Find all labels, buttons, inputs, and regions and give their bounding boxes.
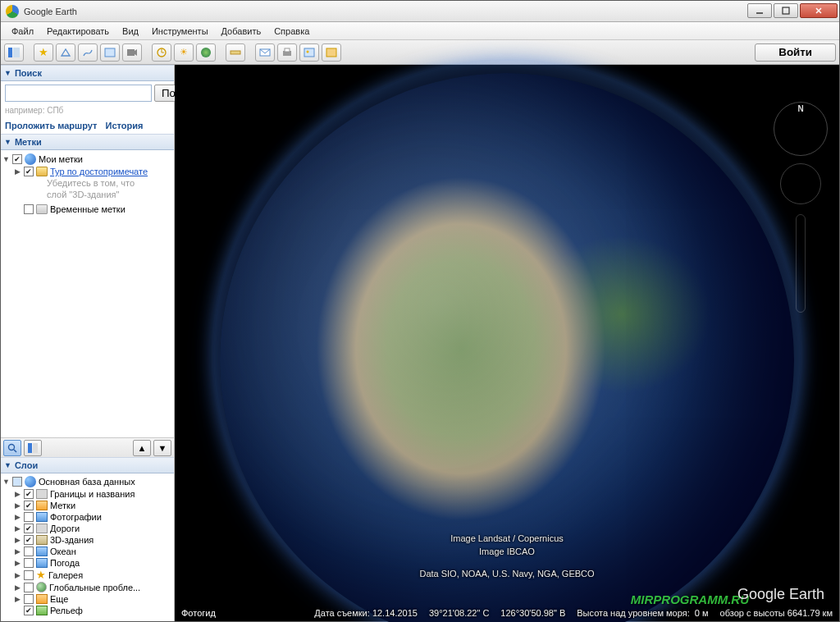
move-down-icon[interactable]: ▼: [153, 440, 171, 456]
search-history-link[interactable]: История: [105, 121, 143, 130]
polygon-icon[interactable]: [56, 43, 75, 62]
checkbox-icon[interactable]: [24, 547, 34, 556]
record-tour-icon[interactable]: [122, 43, 142, 62]
svg-rect-1: [783, 7, 789, 14]
checkbox-icon[interactable]: [24, 583, 34, 592]
map-viewport[interactable]: N Image Landsat / Copernicus Image IBCAO…: [175, 65, 839, 621]
checkbox-icon[interactable]: [24, 501, 34, 510]
elevation: Высота над уровнем моря: 0 м: [577, 608, 708, 618]
layer-item[interactable]: ▶Глобальные пробле...: [2, 581, 172, 593]
checkbox-icon[interactable]: [24, 204, 34, 214]
layer-item[interactable]: ▶Границы и названия: [2, 488, 172, 500]
places-panel-header[interactable]: ▼ Метки: [1, 134, 174, 150]
checkbox-icon[interactable]: [24, 594, 34, 604]
sightseeing-tour-node[interactable]: ▶ Тур по достопримечате: [2, 166, 172, 177]
temporary-places-node[interactable]: ▶ Временные метки: [2, 204, 172, 215]
image-overlay-icon[interactable]: [100, 43, 120, 62]
close-button[interactable]: [800, 3, 838, 18]
layer-item[interactable]: ▶Океан: [2, 546, 172, 557]
menu-add[interactable]: Добавить: [216, 25, 267, 38]
checkbox-icon[interactable]: [12, 154, 22, 164]
checkbox-icon[interactable]: [24, 535, 34, 545]
my-places-node[interactable]: ▼ Мои метки: [2, 153, 172, 166]
layer-item[interactable]: ▶Дороги: [2, 523, 172, 534]
svg-rect-7: [105, 48, 115, 57]
menu-file[interactable]: Файл: [6, 25, 39, 38]
email-icon[interactable]: [255, 43, 275, 62]
checkbox-icon[interactable]: [24, 512, 34, 522]
layer-icon: [36, 582, 47, 592]
places-search-icon[interactable]: [3, 440, 21, 456]
minimize-button[interactable]: [747, 3, 772, 18]
search-hint: например: СПб: [5, 106, 170, 115]
print-icon[interactable]: [277, 43, 297, 62]
longitude: 126°30'50.98" В: [500, 608, 565, 618]
svg-rect-13: [231, 51, 240, 54]
chevron-down-icon: ▼: [4, 461, 11, 469]
layers-title: Слои: [15, 460, 38, 470]
google-earth-logo: Google Earth: [737, 586, 824, 603]
login-button[interactable]: Войти: [755, 43, 836, 62]
menu-help[interactable]: Справка: [268, 25, 315, 38]
layer-item[interactable]: ▶Фотографии: [2, 511, 172, 523]
checkbox-icon[interactable]: [24, 558, 34, 568]
search-input[interactable]: [5, 85, 152, 102]
app-icon: [6, 5, 19, 18]
get-directions-link[interactable]: Проложить маршрут: [5, 121, 97, 130]
titlebar: Google Earth: [1, 1, 839, 22]
layer-icon: [36, 535, 48, 545]
checkbox-icon[interactable]: [12, 477, 22, 487]
checkbox-icon[interactable]: [24, 167, 34, 176]
save-image-icon[interactable]: [299, 43, 319, 62]
svg-rect-19: [326, 48, 336, 57]
menu-tools[interactable]: Инструменты: [146, 25, 214, 38]
checkbox-icon[interactable]: [24, 570, 34, 580]
earth-icon: [25, 153, 36, 165]
svg-rect-16: [285, 48, 290, 52]
search-panel-header[interactable]: ▼ Поиск: [1, 65, 174, 81]
zoom-slider[interactable]: [796, 214, 806, 313]
view-in-maps-icon[interactable]: [322, 43, 341, 62]
layer-item[interactable]: ▶★Галерея: [2, 569, 172, 581]
primary-database-node[interactable]: ▼ Основная база данных: [2, 475, 172, 488]
globe[interactable]: [220, 73, 794, 622]
checkbox-icon[interactable]: [24, 524, 34, 533]
maximize-button[interactable]: [774, 3, 798, 18]
checkbox-icon[interactable]: [24, 606, 34, 615]
chevron-down-icon: ▼: [4, 138, 11, 146]
layer-item[interactable]: ▶Метки: [2, 500, 172, 511]
move-up-icon[interactable]: ▲: [133, 440, 151, 456]
history-icon[interactable]: [152, 43, 171, 62]
menubar: Файл Редактировать Вид Инструменты Добав…: [1, 22, 839, 40]
eye-altitude: обзор с высоты 6641.79 км: [720, 608, 833, 618]
places-split-icon[interactable]: [24, 440, 42, 456]
placemark-icon[interactable]: ★: [34, 43, 53, 62]
chevron-down-icon: ▼: [4, 69, 11, 77]
ruler-icon[interactable]: [226, 43, 245, 62]
svg-rect-4: [8, 48, 12, 57]
look-joystick[interactable]: [780, 163, 821, 204]
tour-hint: Убедитесь в том, что: [2, 177, 172, 189]
menu-view[interactable]: Вид: [116, 25, 144, 38]
toggle-sidebar-icon[interactable]: [4, 43, 24, 62]
sunlight-icon[interactable]: ☀: [174, 43, 194, 62]
checkbox-icon[interactable]: [24, 489, 34, 499]
svg-point-20: [9, 444, 15, 450]
latitude: 39°21'08.22" С: [429, 608, 489, 618]
svg-rect-17: [304, 48, 314, 57]
layer-item[interactable]: ▶3D-здания: [2, 534, 172, 546]
menu-edit[interactable]: Редактировать: [41, 25, 115, 38]
imagery-date: Дата съемки: 12.14.2015: [314, 608, 418, 618]
photoguide-link[interactable]: Фотогид: [181, 608, 216, 618]
layer-item[interactable]: ▶Погода: [2, 557, 172, 569]
svg-marker-9: [135, 49, 137, 56]
places-title: Метки: [15, 137, 42, 147]
layer-item[interactable]: ▶Рельеф: [2, 605, 172, 616]
layers-panel-header[interactable]: ▼ Слои: [1, 457, 174, 473]
path-icon[interactable]: [78, 43, 98, 62]
layer-item[interactable]: ▶Еще: [2, 593, 172, 605]
planet-icon[interactable]: [196, 43, 216, 62]
svg-rect-23: [33, 443, 38, 453]
svg-point-18: [307, 50, 309, 53]
compass-control[interactable]: N: [774, 102, 828, 156]
